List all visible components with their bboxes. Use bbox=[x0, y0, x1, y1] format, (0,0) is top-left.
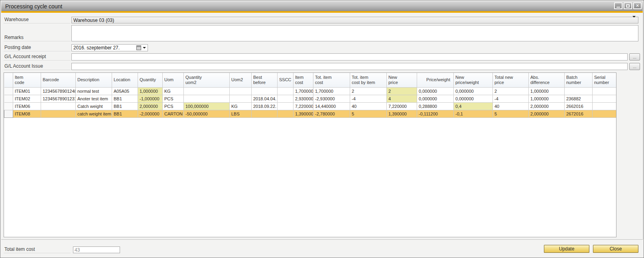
grid-cell[interactable]: Catch weight bbox=[76, 102, 112, 110]
grid-cell[interactable] bbox=[565, 87, 593, 95]
grid-cell[interactable]: -2,930000 bbox=[313, 95, 350, 102]
grid-cell[interactable]: 2,000000 bbox=[529, 102, 565, 110]
grid-row[interactable]: ITEM08catch weight itemBB1-2,000000CARTO… bbox=[4, 110, 617, 117]
grid-cell[interactable] bbox=[230, 87, 252, 95]
grid-cell[interactable]: BB1 bbox=[112, 110, 138, 117]
row-selector[interactable] bbox=[4, 102, 13, 110]
grid-cell[interactable]: 2,000000 bbox=[138, 102, 163, 110]
grid-cell[interactable]: -50,000000 bbox=[184, 110, 230, 117]
grid-cell[interactable]: 12345678901248 bbox=[41, 87, 76, 95]
gl-account-issue-browse-button[interactable]: ... bbox=[629, 63, 640, 70]
grid-cell[interactable] bbox=[278, 87, 293, 95]
column-header-barcode[interactable]: Barcode bbox=[41, 73, 76, 87]
remarks-input[interactable] bbox=[71, 25, 638, 41]
column-header-new-price-weight[interactable]: New price/weight bbox=[454, 73, 493, 87]
column-header-price-weight[interactable]: Price/weight bbox=[417, 73, 454, 87]
grid-cell[interactable] bbox=[278, 110, 293, 117]
grid-cell[interactable] bbox=[593, 102, 617, 110]
grid-cell[interactable]: ITEM08 bbox=[13, 110, 41, 117]
grid-cell[interactable]: PCS bbox=[163, 102, 184, 110]
grid-cell[interactable] bbox=[41, 102, 76, 110]
grid-cell[interactable]: 1,000000 bbox=[529, 87, 565, 95]
grid-cell[interactable]: 1,000000 bbox=[529, 95, 565, 102]
grid-cell[interactable]: Anoter test item bbox=[76, 95, 112, 102]
grid-cell[interactable] bbox=[593, 95, 617, 102]
column-header-location[interactable]: Location bbox=[112, 73, 138, 87]
grid-cell[interactable]: 2,000000 bbox=[529, 110, 565, 117]
row-selector[interactable] bbox=[4, 110, 13, 117]
close-button[interactable]: Close bbox=[593, 245, 638, 253]
update-button[interactable]: Update bbox=[544, 245, 589, 253]
grid-cell[interactable]: 2672016 bbox=[565, 110, 593, 117]
grid-cell[interactable]: -2,780000 bbox=[313, 110, 350, 117]
column-header-sscc[interactable]: SSCC bbox=[278, 73, 293, 87]
grid-row[interactable]: ITEM0112345678901248normal testA05A051,0… bbox=[4, 87, 617, 95]
grid-cell[interactable]: 2 bbox=[350, 87, 387, 95]
grid-cell[interactable]: 1,700000 bbox=[293, 87, 313, 95]
column-header-total-new-price[interactable]: Total new price bbox=[493, 73, 529, 87]
grid-cell[interactable]: 0,4 bbox=[454, 102, 493, 110]
row-selector[interactable] bbox=[4, 87, 13, 95]
row-selector[interactable] bbox=[4, 95, 13, 102]
column-header-quantity-uom2[interactable]: Quantity uom2 bbox=[184, 73, 230, 87]
grid-cell[interactable] bbox=[278, 95, 293, 102]
grid-cell[interactable]: 7,220000 bbox=[293, 102, 313, 110]
column-header-item-cost[interactable]: Item cost bbox=[293, 73, 313, 87]
column-header-uom2[interactable]: Uom2 bbox=[230, 73, 252, 87]
column-header-batch-number[interactable]: Batch number bbox=[565, 73, 593, 87]
grid-cell[interactable]: 236882 bbox=[565, 95, 593, 102]
grid-cell[interactable]: 1,390000 bbox=[293, 110, 313, 117]
column-header-quantity[interactable]: Quantity bbox=[138, 73, 163, 87]
grid-cell[interactable] bbox=[252, 87, 278, 95]
gl-account-receipt-input[interactable] bbox=[71, 53, 628, 61]
grid-cell[interactable]: normal test bbox=[76, 87, 112, 95]
grid-cell[interactable]: catch weight item bbox=[76, 110, 112, 117]
column-header-serial-number[interactable]: Serial number bbox=[593, 73, 617, 87]
grid-row[interactable]: ITEM0212345678901231Anoter test itemBB1-… bbox=[4, 95, 617, 102]
grid-cell[interactable]: -2,000000 bbox=[138, 110, 163, 117]
column-header-uom[interactable]: Uom bbox=[163, 73, 184, 87]
grid-cell[interactable]: 2018.04.04. bbox=[252, 95, 278, 102]
grid-cell[interactable]: 2 bbox=[387, 87, 417, 95]
column-header-description[interactable]: Description bbox=[76, 73, 112, 87]
grid-cell[interactable] bbox=[593, 87, 617, 95]
grid-cell[interactable] bbox=[593, 110, 617, 117]
grid-cell[interactable]: 2662016 bbox=[565, 102, 593, 110]
grid-cell[interactable]: 14,440000 bbox=[313, 102, 350, 110]
grid-cell[interactable]: 5 bbox=[493, 110, 529, 117]
grid-cell[interactable]: 1,390000 bbox=[387, 110, 417, 117]
grid-cell[interactable]: 0,000000 bbox=[417, 87, 454, 95]
chevron-down-icon[interactable] bbox=[143, 47, 146, 49]
grid-cell[interactable]: 1,700000 bbox=[313, 87, 350, 95]
grid-cell[interactable]: ITEM02 bbox=[13, 95, 41, 102]
posting-date-input[interactable]: 2016. szeptember 27. bbox=[71, 44, 148, 51]
grid-cell[interactable]: CARTON bbox=[163, 110, 184, 117]
grid-cell[interactable]: ITEM06 bbox=[13, 102, 41, 110]
grid-cell[interactable]: -4 bbox=[493, 95, 529, 102]
window-minimize-button[interactable] bbox=[614, 2, 622, 9]
grid-cell[interactable]: A05A05 bbox=[112, 87, 138, 95]
total-item-cost-input[interactable] bbox=[73, 246, 120, 253]
grid-cell[interactable]: -0,1 bbox=[454, 110, 493, 117]
calendar-icon[interactable] bbox=[136, 45, 141, 50]
grid-cell[interactable]: 2018.09.22. bbox=[252, 102, 278, 110]
window-maximize-button[interactable] bbox=[624, 2, 632, 9]
grid-cell[interactable]: ITEM01 bbox=[13, 87, 41, 95]
grid-cell[interactable]: 1,000000 bbox=[138, 87, 163, 95]
grid-cell[interactable]: 100,000000 bbox=[184, 102, 230, 110]
grid-cell[interactable]: -1,000000 bbox=[138, 95, 163, 102]
gl-account-receipt-browse-button[interactable]: ... bbox=[629, 53, 640, 61]
grid-cell[interactable]: 2,930000 bbox=[293, 95, 313, 102]
grid-cell[interactable] bbox=[184, 87, 230, 95]
grid-cell[interactable] bbox=[278, 102, 293, 110]
column-header-item-code[interactable]: Item code bbox=[13, 73, 41, 87]
grid-cell[interactable] bbox=[41, 110, 76, 117]
grid-cell[interactable]: -0,111200 bbox=[417, 110, 454, 117]
grid-cell[interactable]: BB1 bbox=[112, 95, 138, 102]
column-header-new-price[interactable]: New price bbox=[387, 73, 417, 87]
grid-cell[interactable]: KG bbox=[163, 87, 184, 95]
grid-cell[interactable]: LBS bbox=[230, 110, 252, 117]
grid-cell[interactable]: 40 bbox=[350, 102, 387, 110]
grid-cell[interactable]: -4 bbox=[350, 95, 387, 102]
grid-cell[interactable]: PCS bbox=[163, 95, 184, 102]
